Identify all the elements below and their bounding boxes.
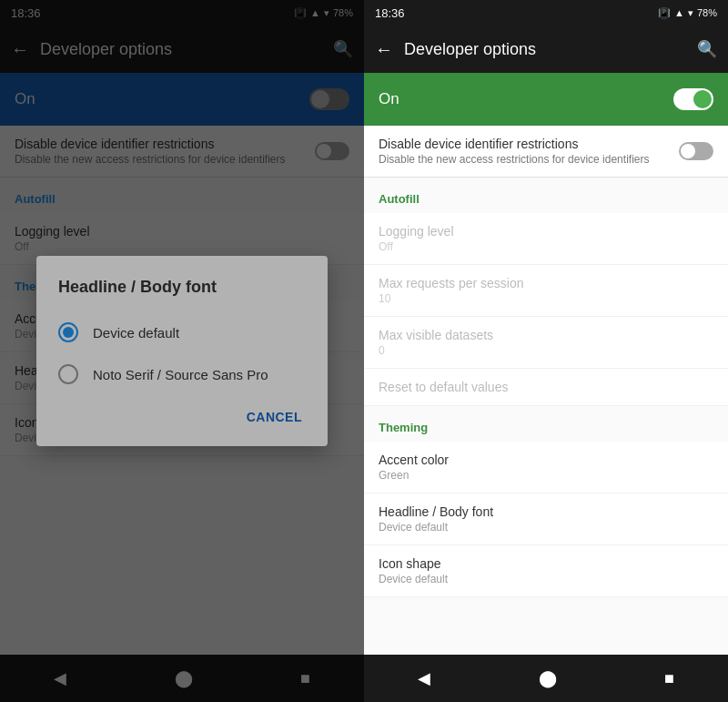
nav-bar-right: ◀ ⬤ ■	[364, 655, 728, 702]
status-icons-right: 📳 ▲ ▾ 78%	[658, 7, 717, 19]
toggle-right[interactable]	[673, 88, 713, 110]
icon-shape-subtitle-right: Device default	[379, 573, 713, 585]
reset-defaults-title-right: Reset to default values	[379, 380, 713, 394]
logging-level-right[interactable]: Logging level Off	[364, 213, 728, 265]
autofill-header-right: Autofill	[364, 178, 728, 213]
dialog-actions: CANCEL	[36, 395, 328, 446]
max-datasets-right[interactable]: Max visible datasets 0	[364, 317, 728, 369]
top-bar-right: ← Developer options 🔍	[364, 25, 728, 73]
settings-content-right: Disable device identifier restrictions D…	[364, 126, 728, 655]
device-identifier-item-right[interactable]: Disable device identifier restrictions D…	[364, 126, 728, 178]
accent-color-subtitle-right: Green	[379, 469, 713, 482]
battery-right: 78%	[697, 7, 717, 18]
on-row-right[interactable]: On	[364, 73, 728, 126]
status-bar-right: 18:36 📳 ▲ ▾ 78%	[364, 0, 728, 25]
device-id-subtitle-right: Disable the new access restrictions for …	[379, 153, 679, 166]
page-title-right: Developer options	[404, 40, 686, 59]
accent-color-title-right: Accent color	[379, 453, 713, 467]
time-right: 18:36	[375, 6, 405, 20]
max-requests-title-right: Max requests per session	[379, 276, 713, 290]
logging-subtitle-right: Off	[379, 240, 713, 253]
logging-title-right: Logging level	[379, 224, 713, 239]
option-label-2: Noto Serif / Source Sans Pro	[93, 367, 268, 382]
on-label-right: On	[379, 90, 399, 108]
dialog-option-2[interactable]: Noto Serif / Source Sans Pro	[36, 353, 328, 395]
search-icon-right[interactable]: 🔍	[697, 39, 717, 59]
headline-font-title-right: Headline / Body font	[379, 504, 713, 519]
back-button-right[interactable]: ←	[375, 39, 393, 60]
signal-icon-right: ▲	[674, 7, 684, 18]
icon-shape-title-right: Icon shape	[379, 556, 713, 571]
left-panel: 18:36 📳 ▲ ▾ 78% ← Developer options 🔍 On…	[0, 0, 364, 702]
icon-shape-right[interactable]: Icon shape Device default	[364, 545, 728, 597]
radio-noto-serif[interactable]	[58, 364, 78, 384]
home-nav-right[interactable]: ⬤	[539, 668, 557, 688]
theming-header-right: Theming	[364, 406, 728, 442]
vibrate-icon-right: 📳	[658, 7, 671, 19]
max-datasets-title-right: Max visible datasets	[379, 328, 713, 342]
headline-font-right[interactable]: Headline / Body font Device default	[364, 493, 728, 545]
max-requests-subtitle-right: 10	[379, 292, 713, 305]
device-id-title-right: Disable device identifier restrictions	[379, 137, 679, 151]
right-panel: 18:36 📳 ▲ ▾ 78% ← Developer options 🔍 On…	[364, 0, 728, 702]
dialog-option-1[interactable]: Device default	[36, 311, 328, 353]
accent-color-right[interactable]: Accent color Green	[364, 442, 728, 493]
wifi-icon-right: ▾	[688, 7, 693, 19]
recents-nav-right[interactable]: ■	[664, 669, 674, 688]
device-id-toggle-right[interactable]	[679, 142, 713, 160]
back-nav-right[interactable]: ◀	[418, 668, 430, 688]
dialog-title: Headline / Body font	[36, 278, 328, 311]
dialog: Headline / Body font Device default Noto…	[36, 256, 328, 446]
radio-device-default[interactable]	[58, 322, 78, 342]
max-requests-right[interactable]: Max requests per session 10	[364, 265, 728, 317]
cancel-button[interactable]: CANCEL	[236, 402, 313, 432]
headline-font-subtitle-right: Device default	[379, 521, 713, 534]
option-label-1: Device default	[93, 325, 179, 341]
dialog-overlay: Headline / Body font Device default Noto…	[0, 0, 364, 702]
max-datasets-subtitle-right: 0	[379, 344, 713, 357]
reset-defaults-right[interactable]: Reset to default values	[364, 369, 728, 406]
